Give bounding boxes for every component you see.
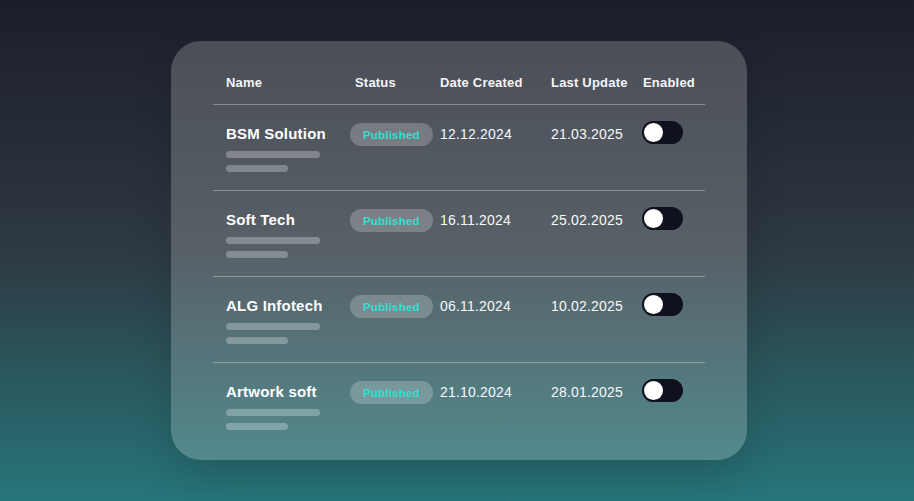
toggle-knob (644, 123, 663, 142)
table-card: Name Status Date Created Last Update Ena… (171, 41, 747, 460)
table-header-row: Name Status Date Created Last Update Ena… (213, 41, 705, 105)
status-badge: Published (350, 381, 433, 404)
date-created-value: 12.12.2024 (440, 124, 551, 144)
date-created-value: 16.11.2024 (440, 210, 551, 230)
skeleton-bar (226, 337, 288, 344)
status-badge: Published (350, 209, 433, 232)
last-update-value: 25.02.2025 (551, 210, 643, 230)
name-cell: Soft Tech (213, 191, 355, 258)
enabled-toggle[interactable] (642, 379, 683, 402)
skeleton-bar (226, 237, 320, 244)
name-cell: Artwork soft (213, 363, 355, 430)
status-cell: Published (355, 105, 440, 146)
row-name: BSM Solution (226, 126, 355, 142)
status-badge: Published (350, 295, 433, 318)
enabled-cell (643, 363, 705, 402)
row-name: Soft Tech (226, 212, 355, 228)
status-cell: Published (355, 277, 440, 318)
page-background: Name Status Date Created Last Update Ena… (0, 0, 914, 501)
enabled-toggle[interactable] (642, 207, 683, 230)
table-row: ALG Infotech Published 06.11.2024 10.02.… (213, 277, 705, 363)
enabled-cell (643, 191, 705, 230)
table-row: BSM Solution Published 12.12.2024 21.03.… (213, 105, 705, 191)
toggle-knob (644, 295, 663, 314)
last-update-value: 28.01.2025 (551, 382, 643, 402)
enabled-toggle[interactable] (642, 121, 683, 144)
skeleton-bar (226, 151, 320, 158)
date-created-value: 21.10.2024 (440, 382, 551, 402)
column-header-name: Name (213, 75, 355, 91)
enabled-toggle[interactable] (642, 293, 683, 316)
toggle-knob (644, 209, 663, 228)
skeleton-bar (226, 409, 320, 416)
table-row: Artwork soft Published 21.10.2024 28.01.… (213, 363, 705, 449)
column-header-status: Status (355, 75, 440, 91)
row-name: ALG Infotech (226, 298, 355, 314)
enabled-cell (643, 277, 705, 316)
status-cell: Published (355, 191, 440, 232)
status-badge: Published (350, 123, 433, 146)
status-cell: Published (355, 363, 440, 404)
last-update-value: 10.02.2025 (551, 296, 643, 316)
row-name: Artwork soft (226, 384, 355, 400)
column-header-date-created: Date Created (440, 75, 551, 91)
skeleton-bar (226, 423, 288, 430)
skeleton-bar (226, 251, 288, 258)
skeleton-bar (226, 165, 288, 172)
name-cell: BSM Solution (213, 105, 355, 172)
table-row: Soft Tech Published 16.11.2024 25.02.202… (213, 191, 705, 277)
date-created-value: 06.11.2024 (440, 296, 551, 316)
skeleton-bar (226, 323, 320, 330)
name-cell: ALG Infotech (213, 277, 355, 344)
column-header-enabled: Enabled (643, 75, 705, 91)
last-update-value: 21.03.2025 (551, 124, 643, 144)
enabled-cell (643, 105, 705, 144)
toggle-knob (644, 381, 663, 400)
column-header-last-update: Last Update (551, 75, 643, 91)
